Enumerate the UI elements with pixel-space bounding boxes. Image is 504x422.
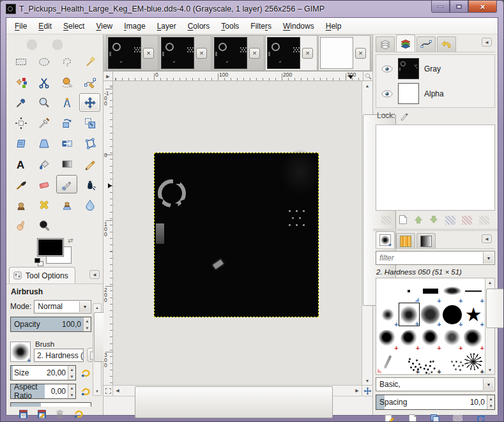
tool-perspective-clone[interactable] xyxy=(56,195,77,214)
brush-filter-input[interactable] xyxy=(379,253,494,262)
quick-mask-toggle[interactable] xyxy=(103,386,113,396)
tool-paths[interactable] xyxy=(79,73,100,91)
brush-swatch-sparse-dots[interactable] xyxy=(441,350,463,373)
brush-grid-scrollbar[interactable]: ▲ ▼ xyxy=(485,278,494,374)
tool-cage-transform[interactable] xyxy=(79,134,100,153)
new-channel-button[interactable] xyxy=(399,215,408,227)
channel-row-gray[interactable]: Gray xyxy=(378,56,493,81)
size-slider[interactable]: Size 20,00 ▲▼ xyxy=(10,365,76,381)
tool-paintbrush[interactable] xyxy=(10,175,31,193)
tool-smudge[interactable] xyxy=(10,216,31,234)
delete-channel-button[interactable] xyxy=(479,216,489,225)
menu-help[interactable]: Help xyxy=(320,19,347,33)
menu-file[interactable]: File xyxy=(9,19,33,33)
scroll-down-icon[interactable]: ▼ xyxy=(485,366,494,374)
menu-filters[interactable]: Filters xyxy=(245,19,277,33)
scroll-up-icon[interactable]: ▲ xyxy=(93,304,101,312)
reset-aspect-button[interactable] xyxy=(79,385,91,398)
maximize-button[interactable] xyxy=(450,1,468,13)
menu-windows[interactable]: Windows xyxy=(277,19,320,33)
menu-tools[interactable]: Tools xyxy=(215,19,245,33)
image-tab-1[interactable]: × xyxy=(106,35,158,71)
channel-to-selection-button[interactable] xyxy=(462,216,472,225)
tab-channels[interactable] xyxy=(396,34,415,52)
tool-bucket-fill[interactable] xyxy=(33,154,54,173)
tool-rectangle-select[interactable] xyxy=(10,52,31,71)
duplicate-brush-button[interactable] xyxy=(430,414,440,422)
menu-edit[interactable]: Edit xyxy=(33,19,57,33)
brush-swatch-chalk-2[interactable]: + xyxy=(399,326,420,350)
tool-ink[interactable] xyxy=(79,175,100,193)
tool-flip[interactable] xyxy=(56,134,77,153)
tool-airbrush[interactable] xyxy=(56,175,77,193)
raise-channel-button[interactable] xyxy=(414,215,423,226)
brush-swatch-ellipse[interactable]: + xyxy=(441,279,463,303)
reset-size-button[interactable] xyxy=(79,366,91,379)
menu-layer[interactable]: Layer xyxy=(151,19,182,33)
tool-alignment[interactable] xyxy=(10,114,31,132)
swap-colors-icon[interactable]: ⇄ xyxy=(68,237,73,244)
spacing-slider[interactable]: Spacing 10,0 ▲▼ xyxy=(376,395,495,410)
tool-eraser[interactable] xyxy=(33,175,54,193)
visibility-eye-icon[interactable] xyxy=(381,90,393,98)
brush-swatch-chalk-3[interactable]: + xyxy=(420,326,441,350)
brush-swatch-star[interactable]: ★+ xyxy=(462,303,484,326)
image-tab-2[interactable]: × xyxy=(159,35,211,71)
brush-swatch-hardness050-selected[interactable]: + xyxy=(399,303,420,326)
brush-swatch-stroke[interactable] xyxy=(377,350,399,373)
navigation-button[interactable] xyxy=(362,386,372,396)
tool-heal[interactable] xyxy=(33,195,54,214)
restore-options-button[interactable] xyxy=(36,409,47,421)
scrollbar-thumb[interactable] xyxy=(135,386,333,418)
tool-scissors-select[interactable] xyxy=(33,73,54,91)
scrollbar-thumb[interactable] xyxy=(486,289,504,328)
brush-swatch-soft-large[interactable]: + xyxy=(420,303,441,326)
lock-pixels-icon[interactable] xyxy=(399,111,409,121)
tool-ellipse-select[interactable] xyxy=(33,52,54,71)
brush-swatch-texture[interactable]: + xyxy=(462,350,484,373)
tab-gradients[interactable] xyxy=(416,233,436,248)
tool-zoom[interactable] xyxy=(33,93,54,112)
brush-swatch-chalk-1[interactable]: + xyxy=(377,326,399,350)
tool-move[interactable] xyxy=(79,93,100,112)
default-colors-icon[interactable] xyxy=(34,258,43,266)
brush-name-field[interactable]: 2. Hardness ( xyxy=(34,349,84,362)
size-spinner[interactable]: ▲▼ xyxy=(68,366,75,380)
tab-tool-options[interactable]: Tool Options xyxy=(9,267,75,283)
tab-undo-history[interactable] xyxy=(437,36,456,52)
channel-item-list[interactable] xyxy=(376,124,495,211)
aspect-ratio-spinner[interactable]: ▲▼ xyxy=(68,384,75,398)
edit-channel-button[interactable] xyxy=(381,216,392,225)
menu-select[interactable]: Select xyxy=(57,19,90,33)
menu-image[interactable]: Image xyxy=(118,19,151,33)
tab-brushes[interactable]: + xyxy=(376,231,395,248)
brush-swatch-empty[interactable] xyxy=(377,279,399,303)
refresh-brushes-button[interactable] xyxy=(476,414,486,422)
close-tab-button[interactable]: × xyxy=(249,48,260,59)
delete-options-button[interactable] xyxy=(54,409,65,421)
tool-foreground-select[interactable] xyxy=(56,73,77,91)
scroll-up-icon[interactable]: ▲ xyxy=(362,81,372,90)
image-tab-4-selected[interactable]: × xyxy=(265,35,317,71)
titlebar[interactable]: T_Pickups_Health_Large_Keg_EM-blue.dds-4… xyxy=(1,1,503,17)
new-brush-button[interactable] xyxy=(408,414,417,422)
tool-pencil[interactable] xyxy=(79,154,100,173)
tool-perspective[interactable] xyxy=(33,134,54,153)
aspect-ratio-slider[interactable]: Aspect Ratio 0,00 ▲▼ xyxy=(10,384,76,399)
angle-slider-clipped[interactable] xyxy=(10,402,91,407)
brush-preview[interactable] xyxy=(10,342,31,362)
brush-swatch-splatter[interactable]: + xyxy=(462,326,484,350)
panel-menu-button[interactable]: ◄ xyxy=(482,234,492,243)
canvas-viewport[interactable] xyxy=(113,81,362,385)
tool-color-picker[interactable] xyxy=(10,93,31,112)
tool-crop[interactable] xyxy=(33,114,54,132)
opacity-spinner[interactable]: ▲▼ xyxy=(83,317,91,331)
vertical-ruler[interactable]: -100 0 100 200 300 xyxy=(103,81,113,385)
brush-swatch-pixel[interactable] xyxy=(399,279,420,303)
horizontal-ruler[interactable]: 0 100 200 300 xyxy=(113,72,363,80)
tool-fuzzy-select[interactable] xyxy=(79,52,100,71)
brush-swatch-line[interactable]: + xyxy=(462,279,484,303)
scroll-right-icon[interactable]: ▶ xyxy=(353,386,362,396)
delete-brush-button[interactable] xyxy=(453,415,462,422)
close-tab-button[interactable]: × xyxy=(143,48,154,59)
